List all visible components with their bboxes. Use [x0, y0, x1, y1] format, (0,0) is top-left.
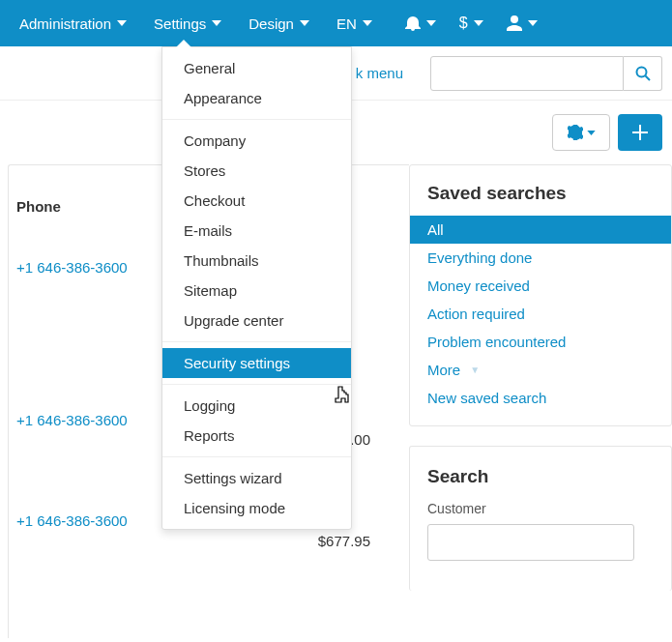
- user-icon: [507, 15, 522, 31]
- nav-settings[interactable]: Settings: [154, 15, 221, 32]
- gear-dropdown-button[interactable]: [552, 114, 610, 151]
- dd-upgrade[interactable]: Upgrade center: [162, 306, 351, 336]
- customer-input[interactable]: [427, 524, 634, 561]
- svg-line-1: [645, 75, 650, 80]
- dd-company[interactable]: Company: [162, 126, 351, 156]
- dollar-icon: $: [459, 15, 468, 32]
- plus-icon: [632, 125, 648, 140]
- quick-menu-link[interactable]: k menu: [356, 65, 403, 81]
- caret-down-icon: [363, 20, 372, 26]
- dd-security[interactable]: Security settings: [162, 348, 351, 378]
- top-navbar: Administration Settings Design EN $: [0, 0, 672, 46]
- chevron-down-icon: ▼: [470, 365, 480, 375]
- dd-reports[interactable]: Reports: [162, 421, 351, 451]
- caret-down-icon: [426, 20, 436, 26]
- global-search: [430, 56, 662, 91]
- nav-settings-label: Settings: [154, 15, 206, 32]
- caret-down-icon: [528, 20, 538, 26]
- dd-logging[interactable]: Logging: [162, 391, 351, 421]
- saved-search-all[interactable]: All: [410, 216, 671, 244]
- search-icon: [635, 66, 651, 81]
- dd-checkout[interactable]: Checkout: [162, 186, 351, 216]
- divider: [162, 341, 351, 342]
- dd-thumbnails[interactable]: Thumbnails: [162, 246, 351, 276]
- divider: [162, 119, 351, 120]
- panel-title: Search: [427, 460, 654, 501]
- new-saved-search[interactable]: New saved search: [410, 384, 671, 412]
- saved-search-more-label: More: [427, 362, 460, 378]
- saved-search-done[interactable]: Everything done: [410, 244, 671, 272]
- saved-search-money[interactable]: Money received: [410, 272, 671, 300]
- nav-language[interactable]: EN: [336, 15, 372, 32]
- caret-down-icon: [300, 20, 309, 26]
- caret-down-icon: [474, 20, 483, 26]
- add-button[interactable]: [618, 114, 662, 151]
- nav-design[interactable]: Design: [248, 15, 309, 32]
- dd-sitemap[interactable]: Sitemap: [162, 276, 351, 306]
- nav-design-label: Design: [248, 15, 294, 32]
- settings-dropdown: General Appearance Company Stores Checko…: [161, 46, 352, 530]
- customer-label: Customer: [427, 501, 654, 516]
- search-panel: Search Customer: [409, 446, 672, 591]
- nav-language-label: EN: [336, 15, 357, 32]
- saved-searches-panel: Saved searches All Everything done Money…: [409, 164, 672, 426]
- nav-administration-label: Administration: [19, 15, 111, 32]
- dd-licensing[interactable]: Licensing mode: [162, 493, 351, 523]
- nav-user[interactable]: [507, 15, 538, 31]
- global-search-button[interactable]: [624, 56, 662, 91]
- dd-stores[interactable]: Stores: [162, 156, 351, 186]
- caret-down-icon: [587, 131, 596, 135]
- dd-general[interactable]: General: [162, 53, 351, 83]
- caret-down-icon: [117, 20, 127, 26]
- saved-search-problem[interactable]: Problem encountered: [410, 328, 671, 356]
- dd-appearance[interactable]: Appearance: [162, 83, 351, 113]
- nav-administration[interactable]: Administration: [19, 15, 127, 32]
- divider: [162, 384, 351, 385]
- dd-wizard[interactable]: Settings wizard: [162, 463, 351, 493]
- caret-down-icon: [212, 20, 221, 26]
- divider: [162, 456, 351, 457]
- saved-search-more[interactable]: More ▼: [410, 356, 671, 384]
- panel-title: Saved searches: [410, 179, 671, 216]
- global-search-input[interactable]: [430, 56, 624, 91]
- svg-point-0: [636, 67, 646, 76]
- saved-search-action[interactable]: Action required: [410, 300, 671, 328]
- nav-notifications[interactable]: [405, 15, 436, 31]
- dd-emails[interactable]: E-mails: [162, 216, 351, 246]
- bell-icon: [405, 15, 421, 31]
- nav-currency[interactable]: $: [459, 15, 483, 32]
- gear-icon: [568, 125, 583, 140]
